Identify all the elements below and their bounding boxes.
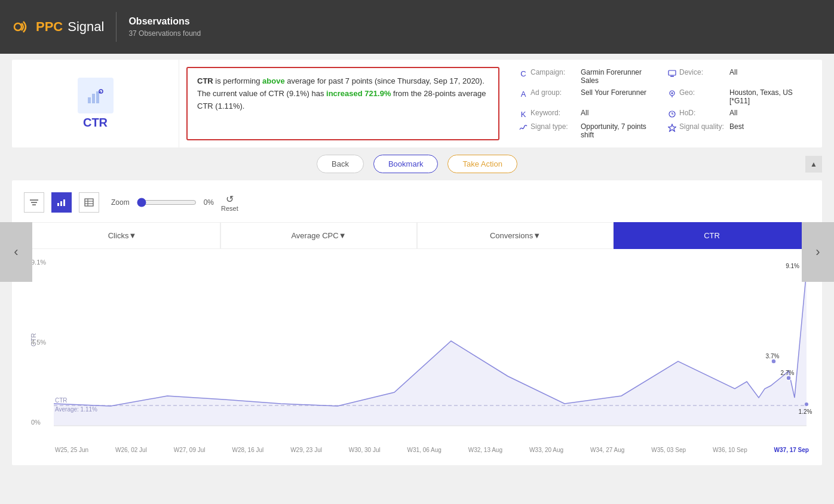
svg-rect-2 (92, 94, 95, 103)
back-button[interactable]: Back (317, 155, 364, 173)
x-w31: W31, 06 Aug (407, 447, 441, 453)
collapse-button[interactable]: ▲ (805, 156, 822, 173)
metric-tabs: Clicks▼ Average CPC▼ Conversions▼ CTR (24, 222, 810, 249)
svg-rect-16 (60, 201, 62, 206)
x-w26: W26, 02 Jul (115, 447, 147, 453)
tab-avg-cpc-sort: ▼ (339, 231, 347, 240)
adgroup-label: Ad group: (531, 88, 578, 97)
svg-rect-6 (669, 70, 676, 75)
geo-label: Geo: (679, 88, 727, 97)
x-axis: W25, 25 Jun W26, 02 Jul W27, 09 Jul W28,… (54, 447, 810, 453)
signal-quality-label: Signal quality: (679, 122, 727, 131)
x-w27: W27, 09 Jul (174, 447, 206, 453)
signal-type-label: Signal type: (531, 122, 578, 131)
ctr-icon-bg (78, 78, 114, 113)
signal-quality-value: Best (729, 122, 744, 131)
table-button[interactable] (79, 192, 99, 213)
nav-next-button[interactable]: › (802, 222, 834, 282)
svg-rect-7 (670, 76, 674, 77)
hod-value: All (729, 109, 737, 117)
label-37: 3.7% (766, 353, 780, 359)
keyword-field: K Keyword: All (519, 109, 661, 119)
obs-message: CTR is performing above average for past… (197, 75, 489, 112)
adgroup-value: Sell Your Forerunner (581, 88, 646, 97)
reset-label: Reset (221, 205, 238, 212)
obs-card-right: C Campaign: Garmin Forerunner Sales Devi… (507, 60, 822, 147)
keyword-icon: K (519, 109, 528, 119)
x-w37: W37, 17 Sep (774, 447, 809, 453)
observations-title: Observations (128, 16, 201, 27)
tab-avg-cpc-label: Average CPC (291, 231, 338, 240)
take-action-button[interactable]: Take Action (447, 155, 517, 173)
y-max: 9.1% (31, 259, 46, 266)
increased-word: increased 721.9% (326, 89, 391, 98)
zoom-label: Zoom (111, 198, 130, 207)
device-value: All (729, 68, 737, 76)
point-37 (771, 359, 776, 364)
observations-info: Observations 37 Observations found (128, 16, 201, 38)
chart-wrapper: CTR 9.1% 4.5% 0% CTR Average: 1.11% (54, 259, 810, 453)
svg-rect-1 (88, 97, 91, 103)
filter-button[interactable] (24, 192, 44, 213)
nav-prev-button[interactable]: ‹ (0, 222, 32, 282)
keyword-label: Keyword: (531, 109, 578, 117)
x-w34: W34, 27 Aug (590, 447, 624, 453)
device-field: Device: All (667, 68, 810, 85)
x-w36: W36, 10 Sep (713, 447, 747, 453)
svg-point-9 (672, 93, 673, 94)
logo-ppc: PPC (36, 19, 63, 35)
keyword-value: All (581, 109, 588, 117)
bookmark-button[interactable]: Bookmark (373, 155, 439, 173)
label-12: 1.2% (799, 408, 812, 415)
svg-rect-3 (96, 91, 99, 103)
line-chart: CTR Average: 1.11% 9.1% 3.7% (54, 259, 807, 444)
msg-part2: is performing (215, 76, 262, 85)
point-12 (805, 402, 808, 406)
zoom-pct: 0% (204, 198, 214, 207)
y-axis: 9.1% 4.5% 0% (31, 259, 46, 426)
hod-icon (667, 109, 677, 119)
tab-clicks[interactable]: Clicks▼ (24, 222, 220, 249)
ctr-area (54, 271, 807, 426)
logo-signal: Signal (68, 19, 104, 35)
device-label: Device: (679, 68, 727, 76)
signal-type-icon (519, 123, 528, 133)
tab-conversions[interactable]: Conversions▼ (417, 222, 614, 249)
y-mid: 4.5% (31, 339, 46, 346)
campaign-field: C Campaign: Garmin Forerunner Sales (519, 68, 661, 85)
tab-clicks-label: Clicks (108, 231, 129, 240)
geo-field: Geo: Houston, Texas, US [*G11] (667, 88, 810, 105)
reset-button[interactable]: ↺ Reset (221, 193, 238, 212)
ctr-chart-icon (87, 87, 105, 105)
tab-avg-cpc[interactable]: Average CPC▼ (220, 222, 417, 249)
header-divider (116, 12, 116, 42)
ppc-signal-logo-icon (12, 17, 31, 36)
adgroup-field: A Ad group: Sell Your Forerunner (519, 88, 661, 105)
campaign-value: Garmin Forerunner Sales (581, 68, 661, 85)
observations-count: 37 Observations found (128, 29, 201, 38)
tab-ctr[interactable]: CTR (614, 222, 810, 249)
logo: PPC Signal (12, 17, 104, 36)
tab-clicks-sort: ▼ (128, 231, 136, 240)
x-w33: W33, 20 Aug (529, 447, 563, 453)
adgroup-icon: A (519, 89, 528, 99)
ctr-word: CTR (197, 76, 213, 85)
x-w35: W35, 03 Sep (651, 447, 686, 453)
zoom-slider[interactable] (137, 198, 197, 207)
signal-type-field: Signal type: Opportunity, 7 points shift (519, 122, 661, 139)
campaign-icon: C (519, 69, 528, 78)
x-w30: W30, 30 Jul (349, 447, 381, 453)
header: PPC Signal Observations 37 Observations … (0, 0, 834, 54)
device-icon (667, 69, 677, 78)
svg-rect-17 (63, 199, 65, 206)
hod-field: HoD: All (667, 109, 810, 119)
svg-rect-18 (85, 199, 93, 206)
point-27 (786, 376, 791, 380)
signal-type-value: Opportunity, 7 points shift (581, 122, 661, 139)
tab-ctr-label: CTR (704, 231, 720, 240)
x-w28: W28, 16 Jul (232, 447, 263, 453)
reset-icon: ↺ (226, 193, 234, 205)
x-w32: W32, 13 Aug (468, 447, 502, 453)
bar-chart-button[interactable] (51, 192, 72, 213)
x-w25: W25, 25 Jun (55, 447, 88, 453)
